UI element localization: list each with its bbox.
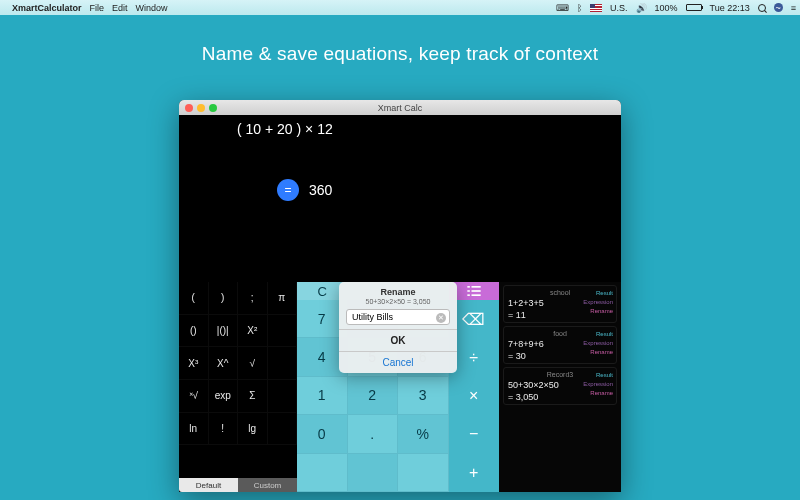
dialog-subtitle: 50+30×2×50 = 3,050 [339, 298, 457, 309]
expression-text: ( 10 + 20 ) × 12 [237, 121, 621, 137]
menu-file[interactable]: File [90, 3, 105, 13]
sci-key-blank3[interactable] [268, 380, 298, 413]
sci-key-blank1[interactable] [268, 315, 298, 348]
input-source-flag-icon[interactable] [590, 4, 602, 12]
sci-key-ln[interactable]: ln [179, 413, 209, 446]
window-title: Xmart Calc [179, 103, 621, 113]
sci-key-sqrt[interactable]: √ [238, 347, 268, 380]
key-1[interactable]: 1 [297, 377, 348, 415]
result-text: 360 [309, 182, 332, 198]
menubar-clock[interactable]: Tue 22:13 [710, 3, 750, 13]
history-action-expression[interactable]: Expression [583, 339, 613, 348]
key-bottom2[interactable] [348, 454, 399, 492]
sci-tab-custom[interactable]: Custom [238, 478, 297, 492]
op-plus[interactable]: + [449, 454, 500, 492]
history-action-expression[interactable]: Expression [583, 298, 613, 307]
sci-key-pi[interactable]: π [268, 282, 298, 315]
key-dot[interactable]: . [348, 415, 399, 453]
sci-key-sigma[interactable]: Σ [238, 380, 268, 413]
key-percent[interactable]: % [398, 415, 449, 453]
sci-key-rparen[interactable]: ) [209, 282, 239, 315]
svg-rect-0 [467, 286, 470, 288]
rename-dialog: Rename 50+30×2×50 = 3,050 ✕ OK Cancel [339, 282, 457, 373]
scientific-pad: ( ) ; π () |()| X² X³ X^ √ ˣ√ exp Σ ln !… [179, 282, 297, 492]
sci-key-abs[interactable]: |()| [209, 315, 239, 348]
op-minus[interactable]: − [449, 415, 500, 453]
calculator-window: Xmart Calc ( 10 + 20 ) × 12 = 360 ( ) ; … [179, 100, 621, 492]
svg-rect-5 [471, 294, 480, 296]
cancel-button[interactable]: Cancel [339, 351, 457, 373]
history-action-expression[interactable]: Expression [583, 380, 613, 389]
menu-edit[interactable]: Edit [112, 3, 128, 13]
input-source-label[interactable]: U.S. [610, 3, 628, 13]
notification-center-icon[interactable]: ≡ [791, 3, 796, 13]
ok-button[interactable]: OK [339, 329, 457, 351]
sci-key-exp[interactable]: exp [209, 380, 239, 413]
rename-input[interactable] [346, 309, 450, 325]
sci-key-parens[interactable]: () [179, 315, 209, 348]
menu-window[interactable]: Window [136, 3, 168, 13]
window-titlebar[interactable]: Xmart Calc [179, 100, 621, 115]
calculator-display: ( 10 + 20 ) × 12 = 360 [179, 115, 621, 201]
sci-key-x2[interactable]: X² [238, 315, 268, 348]
key-2[interactable]: 2 [348, 377, 399, 415]
sci-key-lparen[interactable]: ( [179, 282, 209, 315]
sci-key-xpow[interactable]: X^ [209, 347, 239, 380]
macos-menubar: XmartCalculator File Edit Window ⌨ ᛒ U.S… [0, 0, 800, 15]
history-action-result[interactable]: Result [583, 371, 613, 380]
volume-icon[interactable]: 🔊 [636, 3, 647, 13]
menubar-app-name[interactable]: XmartCalculator [12, 3, 82, 13]
history-action-rename[interactable]: Rename [583, 348, 613, 357]
history-card[interactable]: school Result Expression Rename 1+2+3+5 … [503, 285, 617, 323]
battery-icon[interactable] [686, 4, 702, 11]
sci-key-semicolon[interactable]: ; [238, 282, 268, 315]
keyboard-icon[interactable]: ⌨ [556, 3, 569, 13]
key-3[interactable]: 3 [398, 377, 449, 415]
dialog-title: Rename [339, 282, 457, 298]
history-action-rename[interactable]: Rename [583, 389, 613, 398]
svg-rect-4 [467, 294, 470, 296]
clear-input-icon[interactable]: ✕ [436, 313, 446, 323]
history-action-rename[interactable]: Rename [583, 307, 613, 316]
history-action-result[interactable]: Result [583, 330, 613, 339]
marketing-headline: Name & save equations, keep track of con… [0, 43, 800, 65]
equals-badge[interactable]: = [277, 179, 299, 201]
sci-key-factorial[interactable]: ! [209, 413, 239, 446]
sci-key-nthroot[interactable]: ˣ√ [179, 380, 209, 413]
history-action-result[interactable]: Result [583, 289, 613, 298]
spotlight-icon[interactable] [758, 4, 766, 12]
op-multiply[interactable]: × [449, 377, 500, 415]
list-icon [467, 286, 481, 296]
sci-key-blank4[interactable] [268, 413, 298, 446]
svg-rect-2 [467, 290, 470, 292]
volume-level: 100% [655, 3, 678, 13]
history-card[interactable]: food Result Expression Rename 7+8+9+6 = … [503, 326, 617, 364]
bluetooth-icon[interactable]: ᛒ [577, 3, 582, 13]
sci-key-x3[interactable]: X³ [179, 347, 209, 380]
sci-key-blank2[interactable] [268, 347, 298, 380]
history-card[interactable]: Record3 Result Expression Rename 50+30×2… [503, 367, 617, 405]
sci-key-lg[interactable]: lg [238, 413, 268, 446]
svg-rect-3 [471, 290, 480, 292]
key-bottom3[interactable] [398, 454, 449, 492]
history-panel: school Result Expression Rename 1+2+3+5 … [499, 282, 621, 492]
svg-rect-1 [471, 286, 480, 288]
key-bottom1[interactable] [297, 454, 348, 492]
key-0[interactable]: 0 [297, 415, 348, 453]
sci-tab-default[interactable]: Default [179, 478, 238, 492]
messenger-icon[interactable]: ~ [774, 3, 783, 12]
